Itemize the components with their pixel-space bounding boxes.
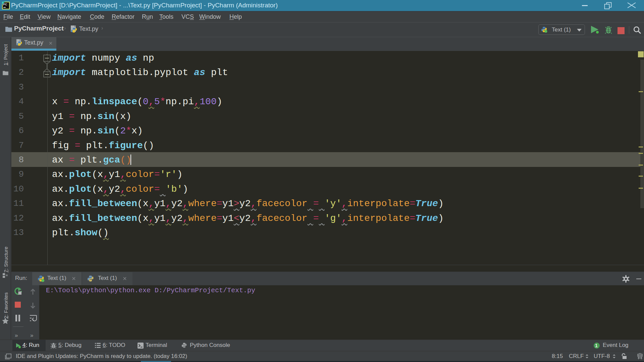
svg-text:PC: PC <box>3 3 7 6</box>
